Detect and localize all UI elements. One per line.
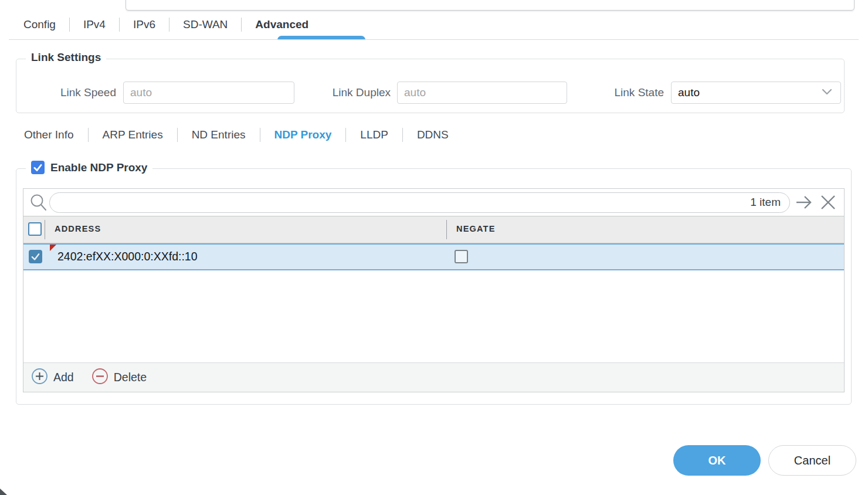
subtab-separator [260, 128, 260, 142]
link-settings-fieldset: Link Settings Link Speed Link Duplex Lin… [16, 59, 845, 113]
link-state-select[interactable]: auto [671, 82, 841, 104]
table-footer: Add Delete [23, 362, 844, 392]
subtab-separator [345, 128, 346, 142]
advanced-subtabs: Other Info ARP Entries ND Entries NDP Pr… [24, 128, 449, 142]
tab-separator [169, 18, 169, 32]
table-search-row: 1 item [23, 189, 844, 216]
minus-circle-icon [91, 368, 108, 388]
address-cell[interactable]: 2402:efXX:X000:0:XXfd::10 [57, 250, 198, 263]
tab-ipv6[interactable]: IPv6 [133, 18, 155, 31]
search-input[interactable] [59, 194, 728, 212]
column-divider [45, 220, 45, 239]
link-speed-input[interactable] [123, 82, 294, 104]
tab-separator [119, 18, 120, 32]
enable-ndp-proxy-legend: Enable NDP Proxy [26, 161, 152, 174]
tab-advanced[interactable]: Advanced [255, 18, 308, 31]
link-speed-label: Link Speed [34, 86, 116, 99]
add-button[interactable]: Add [31, 368, 74, 388]
table-row[interactable]: 2402:efXX:X000:0:XXfd::10 [23, 243, 844, 270]
link-duplex-input[interactable] [397, 82, 567, 104]
subtab-arp-entries[interactable]: ARP Entries [103, 128, 163, 141]
enable-ndp-proxy-checkbox[interactable] [31, 161, 45, 174]
column-header-address[interactable]: ADDRESS [55, 224, 101, 233]
select-all-checkbox[interactable] [28, 222, 42, 236]
item-count: 1 item [750, 196, 781, 209]
subtab-ddns[interactable]: DDNS [417, 128, 449, 141]
cursor-artifact [0, 489, 7, 495]
subtab-nd-entries[interactable]: ND Entries [192, 128, 246, 141]
apply-filter-arrow-icon[interactable] [794, 194, 814, 213]
tab-sdwan[interactable]: SD-WAN [183, 18, 228, 31]
tab-separator [241, 18, 242, 32]
link-state-label: Link State [578, 86, 664, 99]
clear-filter-x-icon[interactable] [819, 194, 838, 213]
negate-checkbox[interactable] [455, 250, 468, 263]
cropped-top-field[interactable] [126, 0, 855, 11]
ok-button[interactable]: OK [673, 445, 761, 476]
tab-separator [69, 18, 70, 32]
table-header-row: ADDRESS NEGATE [23, 216, 844, 243]
delete-button-label: Delete [114, 371, 147, 384]
tab-config[interactable]: Config [23, 18, 56, 31]
column-header-negate[interactable]: NEGATE [456, 224, 496, 233]
ndp-proxy-table: 1 item ADDRESS NEGATE [23, 188, 845, 392]
chevron-down-icon [820, 84, 834, 101]
subtab-separator [402, 128, 403, 142]
search-icon [29, 193, 48, 215]
cancel-button[interactable]: Cancel [768, 445, 856, 476]
search-pill: 1 item [49, 192, 790, 213]
ndp-proxy-fieldset: Enable NDP Proxy 1 item [16, 168, 852, 405]
link-settings-legend: Link Settings [26, 51, 106, 64]
link-duplex-label: Link Duplex [306, 86, 391, 99]
subtab-separator [88, 128, 89, 142]
subtab-other-info[interactable]: Other Info [24, 128, 74, 141]
subtab-lldp[interactable]: LLDP [360, 128, 388, 141]
plus-circle-icon [31, 368, 48, 388]
main-tabbar: Config IPv4 IPv6 SD-WAN Advanced [23, 18, 308, 32]
subtab-ndp-proxy[interactable]: NDP Proxy [274, 128, 332, 141]
enable-ndp-proxy-label: Enable NDP Proxy [50, 161, 147, 174]
delete-button[interactable]: Delete [91, 368, 147, 388]
column-divider [446, 220, 447, 239]
add-button-label: Add [53, 371, 74, 384]
modified-marker-icon [50, 245, 56, 251]
tab-ipv4[interactable]: IPv4 [83, 18, 106, 31]
subtab-separator [177, 128, 178, 142]
tabbar-divider [9, 39, 859, 40]
link-state-value: auto [678, 86, 700, 99]
row-select-checkbox[interactable] [29, 250, 42, 263]
